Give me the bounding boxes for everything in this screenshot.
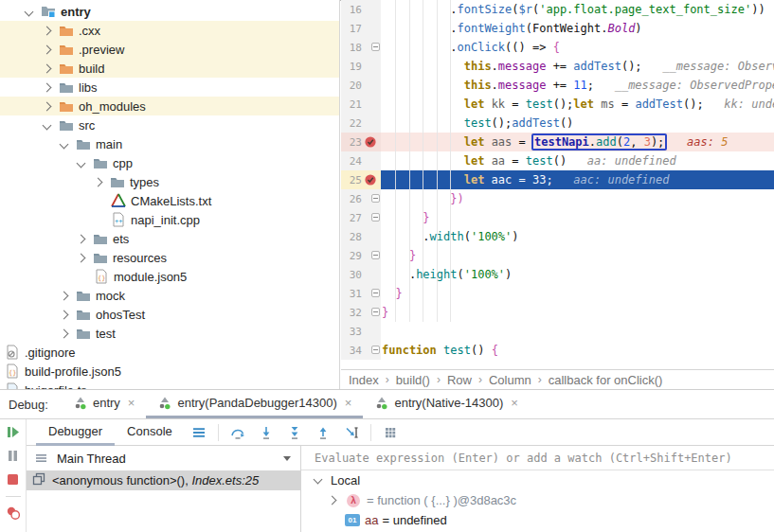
settings-menu-button[interactable]: [191, 425, 207, 440]
gutter-line-16[interactable]: 16: [341, 0, 381, 19]
code-text[interactable]: test();addTest(): [381, 114, 774, 133]
code-text[interactable]: }: [381, 303, 774, 322]
line-number[interactable]: 18: [341, 42, 362, 54]
tree-item--gitignore[interactable]: .gitignore: [0, 343, 339, 362]
breakpoint-slot[interactable]: [364, 268, 379, 281]
line-number[interactable]: 26: [341, 193, 362, 205]
line-number[interactable]: 17: [341, 23, 362, 35]
code-text[interactable]: .onClick(() => {: [381, 38, 774, 57]
tree-item-napi-init-cpp[interactable]: ++napi_init.cpp: [0, 210, 339, 229]
gutter-line-19[interactable]: 19: [341, 57, 381, 76]
fold-marker-icon[interactable]: [371, 194, 380, 203]
tree-item-libs[interactable]: libs: [0, 78, 339, 97]
code-text[interactable]: .width('100%'): [381, 227, 774, 246]
line-number[interactable]: 34: [341, 345, 362, 357]
line-number[interactable]: 32: [341, 307, 362, 319]
breakpoint-slot[interactable]: [364, 60, 379, 73]
line-number[interactable]: 20: [341, 80, 362, 92]
gutter-line-30[interactable]: 30: [341, 265, 381, 284]
view-breakpoints-button[interactable]: [6, 505, 21, 521]
line-number[interactable]: 19: [341, 61, 362, 73]
tree-item-mock[interactable]: mock: [0, 286, 339, 305]
breadcrumb-item[interactable]: Column: [489, 373, 531, 387]
fold-marker-icon[interactable]: [371, 289, 380, 297]
code-text[interactable]: }): [381, 189, 774, 208]
chevron-right-icon[interactable]: [77, 253, 86, 262]
chevron-right-icon[interactable]: [43, 44, 52, 54]
chevron-down-icon[interactable]: [43, 120, 52, 130]
breakpoint-slot[interactable]: [364, 230, 379, 243]
fold-marker-icon[interactable]: [371, 213, 380, 222]
gutter-line-25[interactable]: 25: [341, 170, 381, 189]
gutter-line-17[interactable]: 17: [341, 19, 381, 38]
chevron-right-icon[interactable]: [60, 328, 69, 338]
tree-item-hvigorfile-ts[interactable]: TShvigorfile.ts: [0, 381, 339, 389]
step-out-button[interactable]: [315, 425, 331, 440]
code-text[interactable]: this.message += addTest(); __message: Ob…: [381, 57, 774, 76]
tree-item-resources[interactable]: resources: [0, 248, 339, 267]
chevron-down-icon[interactable]: [25, 7, 34, 16]
chevron-right-icon[interactable]: [43, 63, 52, 73]
step-into-button[interactable]: [259, 425, 274, 440]
gutter-line-23[interactable]: 23: [341, 133, 381, 151]
fold-marker-icon[interactable]: [371, 308, 380, 316]
line-number[interactable]: 33: [341, 326, 362, 338]
gutter-line-33[interactable]: 33: [341, 322, 381, 341]
tree-item-test[interactable]: test: [0, 324, 339, 343]
breadcrumb-item[interactable]: Row: [447, 373, 472, 387]
code-text[interactable]: }: [381, 246, 774, 265]
evaluate-expression-input[interactable]: [313, 451, 774, 466]
tree-item-types[interactable]: types: [0, 172, 339, 191]
breakpoint-icon[interactable]: [364, 173, 379, 186]
tree-item-oh-modules[interactable]: oh_modules: [0, 97, 339, 115]
line-number[interactable]: 22: [341, 117, 362, 130]
code-text[interactable]: }: [381, 284, 774, 303]
tree-item-entry[interactable]: entry: [0, 2, 339, 21]
chevron-down-icon[interactable]: [77, 158, 86, 168]
chevron-right-icon[interactable]: [77, 234, 86, 243]
tree-item-build-profile-json5[interactable]: {}build-profile.json5: [0, 362, 339, 381]
line-number[interactable]: 30: [341, 269, 362, 281]
line-number[interactable]: 31: [341, 288, 362, 300]
gutter-line-32[interactable]: 32: [341, 303, 381, 322]
chevron-down-icon[interactable]: [60, 139, 69, 149]
tree-item-build[interactable]: build: [0, 59, 339, 78]
tree-item-src[interactable]: src: [0, 115, 339, 134]
chevron-right-icon[interactable]: [328, 496, 337, 505]
line-number[interactable]: 29: [341, 250, 362, 262]
line-number[interactable]: 21: [341, 98, 362, 111]
gutter-line-22[interactable]: 22: [341, 114, 381, 133]
chevron-right-icon[interactable]: [43, 101, 52, 111]
gutter-line-28[interactable]: 28: [341, 227, 381, 246]
chevron-right-icon[interactable]: [43, 26, 52, 35]
force-step-into-button[interactable]: [287, 425, 302, 440]
tree-item-main[interactable]: main: [0, 134, 339, 153]
close-icon[interactable]: ×: [128, 396, 135, 410]
breakpoint-slot[interactable]: [364, 22, 379, 35]
tree-item-cmakelists-txt[interactable]: CMakeLists.txt: [0, 191, 339, 210]
tree-item-module-json5[interactable]: {}module.json5: [0, 267, 339, 286]
breakpoint-slot[interactable]: [364, 3, 379, 16]
line-number[interactable]: 23: [341, 136, 362, 149]
code-text[interactable]: let kk = test();let ms = addTest(); kk: …: [381, 95, 774, 114]
breadcrumb-item[interactable]: build(): [396, 373, 430, 387]
breakpoint-slot[interactable]: [364, 116, 379, 130]
run-to-cursor-button[interactable]: [344, 425, 359, 440]
code-text[interactable]: let aac = 33; aac: undefined: [381, 170, 774, 189]
view-tab-console[interactable]: Console: [115, 419, 185, 446]
chevron-right-icon[interactable]: [94, 177, 103, 186]
variables-group-local[interactable]: Local: [301, 470, 774, 490]
debug-session-tab[interactable]: entry×: [62, 390, 147, 418]
code-text[interactable]: }: [381, 208, 774, 227]
gutter-line-21[interactable]: 21: [341, 95, 381, 114]
pause-button[interactable]: [6, 449, 21, 464]
line-number[interactable]: 27: [341, 212, 362, 224]
line-number[interactable]: 16: [341, 4, 362, 16]
layout-grid-button[interactable]: [383, 425, 398, 440]
gutter-line-31[interactable]: 31: [341, 284, 381, 303]
debug-session-tab[interactable]: entry(Native-14300)×: [363, 390, 529, 418]
breakpoint-slot[interactable]: [364, 98, 379, 111]
fold-marker-icon[interactable]: [371, 43, 380, 51]
breadcrumb-item[interactable]: callback for onClick(): [549, 373, 663, 387]
breakpoint-slot[interactable]: [364, 79, 379, 92]
